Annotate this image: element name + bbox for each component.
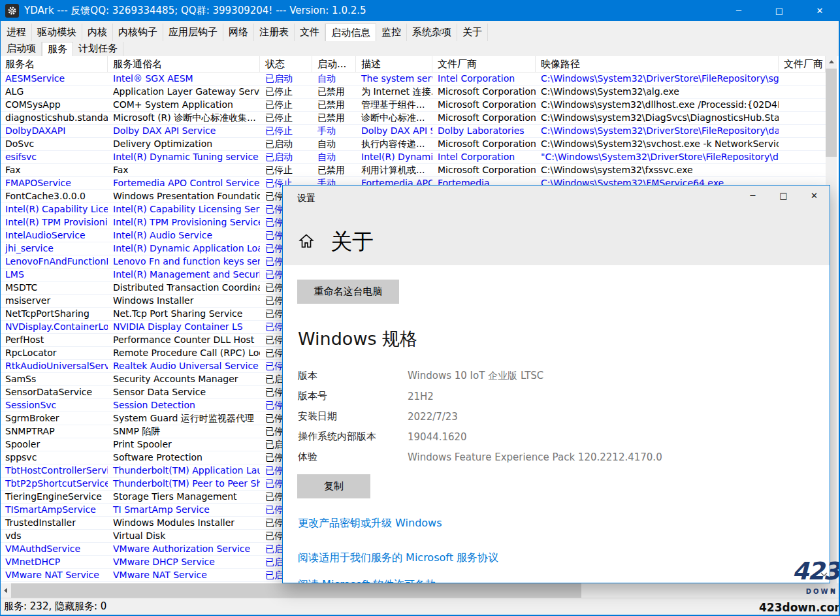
column-header[interactable]: 文件厂商 [432, 56, 536, 72]
column-header[interactable]: 服务名 [0, 56, 108, 72]
cell-description: 管理基于组件... [356, 99, 432, 111]
cell-service-name: FontCache3.0.0.0 [0, 190, 108, 203]
cell-service-name: esifsvc [0, 151, 108, 163]
settings-maximize-button[interactable]: □ [768, 186, 799, 206]
cell-display-name: Session Detection [108, 399, 260, 412]
minimize-button[interactable]: ─ [719, 0, 759, 21]
cell-vendor: Microsoft Corporation [432, 86, 536, 98]
cell-service-name: AESMService [0, 73, 108, 85]
scroll-left-button[interactable] [0, 583, 11, 598]
cell-service-name: vds [0, 530, 108, 542]
tab[interactable]: 启动项 [1, 42, 42, 56]
cell-display-name: TI SmartAmp Service [108, 504, 260, 516]
maximize-button[interactable]: □ [759, 0, 800, 21]
cell-service-name: NetTcpPortSharing [0, 308, 108, 320]
column-header[interactable]: 启动... [312, 56, 356, 72]
home-icon[interactable] [298, 233, 315, 252]
cell-vendor: Microsoft Corporation [432, 138, 536, 150]
spec-value: 21H2 [408, 391, 434, 402]
ydark-window: YDArk --- 反馈QQ: 3269334485; QQ群: 3993092… [0, 0, 840, 616]
horizontal-scrollbar[interactable] [0, 583, 840, 598]
settings-minimize-button[interactable]: ─ [737, 186, 768, 206]
settings-link[interactable]: 更改产品密钥或升级 Windows [298, 517, 442, 530]
cell-description: The system servi... [356, 73, 432, 85]
cell-display-name: Intel(R) TPM Provisioning Service [108, 216, 260, 229]
cell-display-name: Windows Presentation Foundation F... [108, 190, 260, 203]
cell-display-name: Distributed Transaction Coordinator [108, 282, 260, 294]
cell-display-name: SNMP 陷阱 [108, 425, 260, 438]
cell-service-name: jhi_service [0, 242, 108, 255]
column-header[interactable]: 服务通俗名 [108, 56, 260, 72]
tab[interactable]: 计划任务 [73, 42, 123, 56]
rename-pc-button[interactable]: 重命名这台电脑 [297, 280, 399, 304]
column-header[interactable]: 状态 [260, 56, 312, 72]
table-row[interactable]: esifsvc Intel(R) Dynamic Tuning service … [0, 151, 826, 164]
scroll-up-button[interactable] [826, 56, 837, 67]
cell-service-name: Intel(R) TPM Provisionin... [0, 216, 108, 229]
tab[interactable]: 内核钩子 [113, 24, 163, 41]
table-row[interactable]: DoSvc Delivery Optimization 已启动 自动 执行内容传… [0, 138, 826, 151]
settings-close-button[interactable]: ✕ [799, 186, 830, 206]
cell-image-path: C:\Windows\System32\svchost.exe -k Netwo… [536, 138, 779, 150]
table-header: 服务名服务通俗名状态启动...描述文件厂商映像路径文件厂商 [0, 56, 826, 73]
vertical-scroll-thumb[interactable] [826, 69, 837, 157]
status-bar: 服务: 232, 隐藏服务: 0 [0, 598, 840, 615]
cell-description: 诊断中心标准... [356, 112, 432, 124]
column-header[interactable]: 描述 [356, 56, 432, 72]
cell-vendor2 [779, 112, 826, 124]
spec-label: 版本 [298, 370, 408, 382]
sub-tab-bar: 启动项服务计划任务 [0, 41, 840, 56]
cell-service-name: TbtHostControllerService [0, 464, 108, 477]
cell-vendor2 [779, 138, 826, 150]
tab[interactable]: 网络 [223, 24, 254, 41]
cell-display-name: Sensor Data Service [108, 386, 260, 398]
windows-spec-heading: Windows 规格 [298, 327, 417, 351]
tab[interactable]: 服务 [42, 42, 73, 56]
cell-display-name: Intel(R) Dynamic Tuning service [108, 151, 260, 163]
tab[interactable]: 文件 [295, 24, 325, 41]
cell-description: 为 Internet 连接... [356, 86, 432, 98]
cell-status: 已启动 [260, 151, 312, 163]
table-row[interactable]: diagnosticshub.standard... Microsoft (R)… [0, 112, 826, 125]
cell-start-type: 已禁用 [312, 112, 356, 124]
cell-service-name: LenovoFnAndFunctionKeys [0, 255, 108, 268]
tab[interactable]: 启动信息 [325, 24, 376, 41]
main-tab-bar: 进程驱动模块内核内核钩子应用层钩子网络注册表文件启动信息监控系统杂项关于 [0, 21, 840, 41]
cell-display-name: Net.Tcp Port Sharing Service [108, 308, 260, 320]
tab[interactable]: 内核 [82, 24, 113, 41]
tab[interactable]: 注册表 [254, 24, 295, 41]
table-row[interactable]: DolbyDAXAPI Dolby DAX API Service 已停止 手动… [0, 125, 826, 138]
column-header[interactable]: 映像路径 [536, 56, 779, 72]
cell-display-name: Intel(R) Dynamic Application Loader ... [108, 242, 260, 255]
cell-display-name: Intel(R) Capability Licensing Service ..… [108, 203, 260, 216]
cell-display-name: Application Layer Gateway Service [108, 86, 260, 98]
column-header[interactable]: 文件厂商 [779, 56, 826, 72]
watermark-domain: 423down.com [759, 601, 839, 614]
cell-image-path: C:\Windows\System32\alg.exe [536, 86, 779, 98]
tab[interactable]: 监控 [376, 24, 407, 41]
table-row[interactable]: AESMService Intel® SGX AESM 已启动 自动 The s… [0, 73, 826, 86]
tab[interactable]: 进程 [1, 24, 32, 41]
cell-service-name: DolbyDAXAPI [0, 125, 108, 137]
table-row[interactable]: COMSysApp COM+ System Application 已停止 已禁… [0, 99, 826, 112]
settings-link[interactable]: 阅读适用于我们服务的 Microsoft 服务协议 [298, 551, 498, 565]
close-button[interactable]: ✕ [800, 0, 840, 21]
tab[interactable]: 应用层钩子 [163, 24, 223, 41]
table-row[interactable]: Fax Fax 已停止 已禁用 利用计算机或... Microsoft Corp… [0, 164, 826, 177]
cell-vendor: Intel Corporation [432, 73, 536, 85]
tab[interactable]: 驱动模块 [32, 24, 82, 41]
cell-image-path: C:\Windows\system32\dllhost.exe /Process… [536, 99, 779, 111]
cell-vendor2 [779, 164, 826, 176]
settings-link[interactable]: 阅读 Microsoft 软件许可条款 [298, 578, 436, 583]
table-row[interactable]: ALG Application Layer Gateway Service 已停… [0, 86, 826, 99]
cell-service-name: COMSysApp [0, 99, 108, 111]
spec-row: 安装日期 2022/7/23 [298, 406, 662, 427]
cell-service-name: diagnosticshub.standard... [0, 112, 108, 124]
watermark-down: DOWN [759, 583, 837, 600]
copy-button[interactable]: 复制 [297, 474, 370, 498]
status-text: 服务: 232, 隐藏服务: 0 [4, 600, 106, 612]
horizontal-scroll-thumb[interactable] [11, 583, 581, 598]
tab[interactable]: 系统杂项 [407, 24, 457, 41]
tab[interactable]: 关于 [457, 24, 488, 41]
cell-display-name: Print Spooler [108, 438, 260, 451]
